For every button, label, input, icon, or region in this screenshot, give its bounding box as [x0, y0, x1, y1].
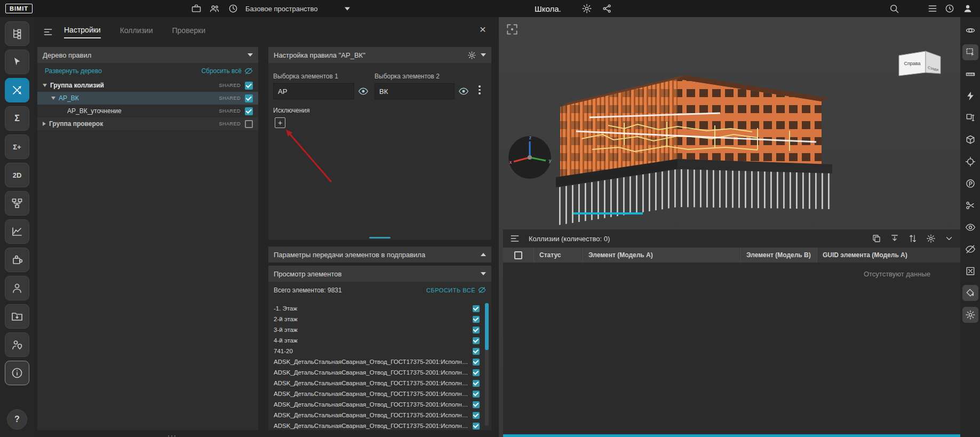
focus-selection-icon[interactable] — [505, 22, 519, 36]
team-icon[interactable] — [209, 3, 220, 14]
share-icon[interactable] — [602, 3, 612, 14]
collisions-menu-icon[interactable] — [509, 233, 520, 244]
list-item[interactable]: 2-й этаж — [274, 314, 480, 324]
tree-node-checks-group[interactable]: Группа проверок SHARED — [37, 117, 258, 130]
shared-checkbox[interactable] — [245, 94, 253, 102]
shared-checkbox[interactable] — [245, 120, 253, 128]
shared-folder-tool[interactable] — [5, 304, 29, 329]
select-area-tool[interactable] — [962, 44, 978, 60]
collisions-tool[interactable] — [5, 78, 29, 102]
list-item[interactable]: -1. Этаж — [274, 303, 480, 314]
list-item[interactable]: ADSK_ДетальСтальнаяСварная_Отвод_ГОСТ173… — [274, 378, 480, 388]
chevron-down-icon[interactable] — [43, 84, 47, 87]
list-item[interactable]: 3-й этаж — [274, 324, 480, 335]
sum-plus-tool[interactable]: Σ+ — [5, 134, 29, 159]
add-exclusion-button[interactable]: + — [275, 117, 285, 128]
element-checkbox[interactable] — [473, 337, 480, 344]
expand-tree-link[interactable]: Развернуть дерево — [45, 67, 102, 75]
search-icon[interactable] — [889, 3, 899, 14]
measure-tool[interactable] — [962, 66, 978, 82]
reset-all-link[interactable]: Сбросить всё — [201, 67, 253, 75]
chevron-right-icon[interactable] — [43, 122, 46, 126]
tab-settings[interactable]: Настройки — [64, 26, 101, 38]
clip-tool[interactable] — [962, 197, 978, 213]
paint-tool[interactable] — [962, 285, 978, 301]
rule-gear-icon[interactable] — [467, 51, 476, 60]
panel-collapse-handle[interactable]: ... — [168, 431, 177, 436]
column-guid[interactable]: GUID элемента (Модель А) — [817, 248, 960, 263]
help-button[interactable]: ? — [7, 409, 27, 430]
elements-reset-link[interactable]: СБРОСИТЬ ВСЁ — [426, 286, 486, 294]
plan-view-tool[interactable] — [962, 176, 978, 192]
element-checkbox[interactable] — [473, 391, 480, 398]
scrollbar-track[interactable] — [485, 303, 489, 426]
rule-settings-header[interactable]: Настройка правила "АР_ВК" — [268, 47, 491, 63]
charts-tool[interactable] — [5, 219, 29, 244]
list-item[interactable]: 4-й этаж — [274, 335, 480, 346]
navigation-cube[interactable]: Справа Сзади — [896, 46, 947, 81]
selection2-visibility-eye-icon[interactable] — [458, 86, 469, 97]
workspace-selector[interactable]: Базовое пространство — [245, 5, 350, 13]
element-checkbox[interactable] — [473, 412, 480, 419]
section-box-tool[interactable] — [962, 132, 978, 148]
building-model[interactable] — [544, 37, 843, 236]
list-item[interactable]: ADSK_ДетальСтальнаяСварная_Отвод_ГОСТ173… — [274, 356, 480, 367]
2d-view-tool[interactable]: 2D — [5, 163, 29, 187]
shared-checkbox[interactable] — [245, 82, 253, 90]
dimension-tool[interactable] — [962, 110, 978, 126]
selection1-input[interactable] — [273, 83, 354, 99]
selection2-input[interactable] — [375, 83, 455, 99]
list-item[interactable]: ADSK_ДетальСтальнаяСварная_Отвод_ГОСТ173… — [274, 388, 480, 399]
chevron-down-icon[interactable] — [51, 97, 55, 100]
element-checkbox[interactable] — [473, 369, 480, 376]
list-item[interactable]: ADSK_ДетальСтальнаяСварная_Отвод_ГОСТ173… — [274, 410, 480, 420]
viewport-settings-tool[interactable] — [962, 307, 978, 323]
tree-node-collision-group[interactable]: Группа коллизий SHARED — [37, 79, 258, 92]
user-location-tool[interactable] — [5, 332, 29, 357]
list-item[interactable]: ADSK_ДетальСтальнаяСварная_Отвод_ГОСТ173… — [274, 367, 480, 378]
menu-list-icon[interactable] — [927, 3, 938, 14]
select-all-checkbox[interactable] — [514, 251, 522, 259]
chevron-down-icon[interactable] — [481, 53, 486, 57]
account-icon[interactable] — [962, 3, 973, 14]
panel-resize-handle[interactable] — [369, 237, 391, 239]
locate-tool[interactable] — [962, 154, 978, 170]
tree-node-ar-vk[interactable]: АР_ВК SHARED — [37, 92, 258, 105]
element-checkbox[interactable] — [473, 380, 480, 387]
shared-checkbox[interactable] — [245, 107, 253, 115]
info-tool[interactable] — [5, 361, 29, 385]
history-icon[interactable] — [228, 3, 238, 14]
viewport-3d[interactable]: Справа Сзади z x y Коллизии (количество:… — [499, 17, 960, 437]
selection1-visibility-eye-icon[interactable] — [358, 86, 369, 97]
import-icon[interactable] — [890, 234, 899, 243]
panel-menu-icon[interactable] — [43, 27, 53, 37]
distribute-icon[interactable] — [908, 234, 918, 243]
element-checkbox[interactable] — [473, 423, 480, 430]
list-item[interactable]: ADSK_ДетальСтальнаяСварная_Отвод_ГОСТ173… — [274, 420, 480, 430]
hide-element-tool[interactable] — [962, 263, 978, 279]
scrollbar-thumb[interactable] — [485, 303, 489, 350]
collapse-chevron-icon[interactable] — [944, 234, 954, 243]
column-element-b[interactable]: Элемент (Модель В) — [741, 248, 817, 263]
tab-collisions[interactable]: Коллизии — [120, 26, 153, 38]
element-checkbox[interactable] — [473, 316, 480, 323]
navcube-front-label[interactable]: Справа — [904, 61, 920, 66]
close-panel-button[interactable]: × — [480, 23, 486, 35]
elements-view-header[interactable]: Просмотр элементов — [268, 266, 491, 282]
users-tool[interactable] — [5, 276, 29, 300]
element-checkbox[interactable] — [473, 401, 480, 408]
app-logo[interactable]: BIMIT — [5, 4, 33, 13]
element-checkbox[interactable] — [473, 348, 480, 355]
collisions-settings-gear-icon[interactable] — [926, 234, 936, 243]
select-tool[interactable] — [5, 50, 29, 74]
element-checkbox[interactable] — [473, 305, 480, 312]
model-tree-tool[interactable] — [5, 21, 29, 46]
column-status[interactable]: Статус — [534, 248, 583, 263]
tree-node-ar-vk-refine[interactable]: АР_ВК_уточнение SHARED — [37, 105, 258, 117]
structure-tool[interactable] — [5, 191, 29, 216]
axis-gizmo[interactable]: z x y — [505, 133, 554, 182]
project-settings-gear-icon[interactable] — [581, 3, 592, 14]
tab-checks[interactable]: Проверки — [172, 26, 205, 38]
clock-icon[interactable] — [944, 3, 955, 14]
element-checkbox[interactable] — [473, 359, 480, 366]
